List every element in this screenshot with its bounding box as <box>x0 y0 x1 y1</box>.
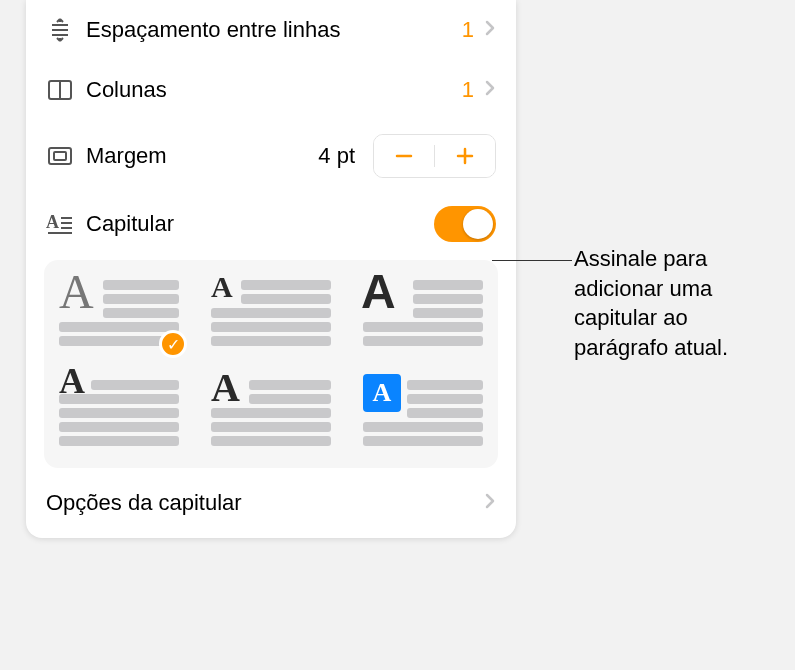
margin-icon <box>46 145 86 167</box>
chevron-right-icon <box>484 492 496 515</box>
dropcap-options-row[interactable]: Opções da capitular <box>26 472 516 530</box>
margin-value: 4 pt <box>318 143 355 169</box>
dropcap-style-grid: A ✓ A A A <box>44 260 498 468</box>
margin-row: Margem 4 pt <box>26 120 516 192</box>
svg-rect-6 <box>54 152 66 160</box>
dropcap-style-4[interactable]: A <box>59 378 179 450</box>
dropcap-toggle[interactable] <box>434 206 496 242</box>
toggle-knob <box>463 209 493 239</box>
chevron-right-icon <box>484 79 496 102</box>
dropcap-label: Capitular <box>86 211 434 237</box>
dropcap-style-1[interactable]: A ✓ <box>59 278 179 350</box>
margin-stepper <box>373 134 496 178</box>
line-spacing-row[interactable]: Espaçamento entre linhas 1 <box>26 0 516 60</box>
dropcap-style-2[interactable]: A <box>211 278 331 350</box>
dropcap-style-6[interactable]: A <box>363 378 483 450</box>
dropcap-icon: A <box>46 212 86 236</box>
margin-increase-button[interactable] <box>435 135 495 177</box>
svg-rect-5 <box>49 148 71 164</box>
callout-leader-line <box>492 260 572 261</box>
format-panel: Espaçamento entre linhas 1 Colunas 1 Mar… <box>26 0 516 538</box>
dropcap-row: A Capitular <box>26 192 516 256</box>
svg-text:A: A <box>46 212 59 232</box>
dropcap-style-3[interactable]: A <box>363 278 483 350</box>
line-spacing-value: 1 <box>462 17 484 43</box>
callout-text: Assinale para adicionar uma capitular ao… <box>574 244 784 363</box>
margin-decrease-button[interactable] <box>374 135 434 177</box>
columns-value: 1 <box>462 77 484 103</box>
dropcap-style-5[interactable]: A <box>211 378 331 450</box>
columns-label: Colunas <box>86 77 462 103</box>
line-spacing-icon <box>46 16 86 44</box>
columns-icon <box>46 78 86 102</box>
dropcap-options-label: Opções da capitular <box>46 490 242 516</box>
columns-row[interactable]: Colunas 1 <box>26 60 516 120</box>
line-spacing-label: Espaçamento entre linhas <box>86 17 462 43</box>
check-icon: ✓ <box>159 330 187 358</box>
chevron-right-icon <box>484 19 496 42</box>
margin-label: Margem <box>86 143 318 169</box>
